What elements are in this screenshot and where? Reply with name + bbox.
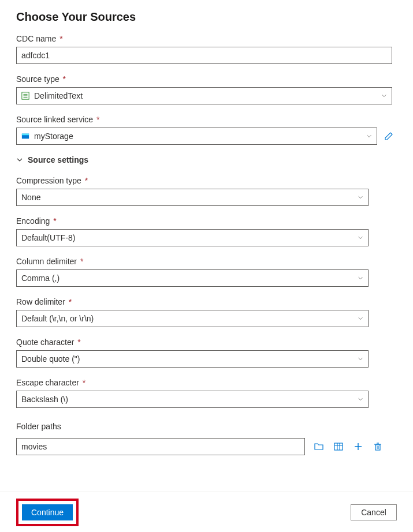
continue-button[interactable]: Continue	[22, 504, 73, 520]
edit-linked-service-button[interactable]	[383, 130, 395, 142]
chevron-down-icon	[358, 194, 363, 200]
dropdown-source-type[interactable]: DelimitedText	[16, 87, 392, 104]
dropdown-source-linked-service-value: myStorage	[34, 132, 73, 141]
label-source-type: Source type *	[16, 74, 397, 84]
delete-folder-path-button[interactable]	[372, 441, 384, 452]
chevron-down-icon	[16, 156, 23, 163]
dropdown-compression-type[interactable]: None	[16, 189, 369, 206]
field-encoding: Encoding * Default(UTF-8)	[16, 216, 397, 246]
dropdown-column-delimiter[interactable]: Comma (,)	[16, 269, 369, 287]
dropdown-row-delimiter-value: Default (\r,\n, or \r\n)	[21, 314, 94, 323]
dropdown-row-delimiter[interactable]: Default (\r,\n, or \r\n)	[16, 310, 369, 327]
cancel-button[interactable]: Cancel	[351, 504, 397, 520]
field-quote-character: Quote character * Double quote (")	[16, 338, 397, 368]
field-folder-paths: Folder paths	[16, 422, 397, 455]
dropdown-column-delimiter-value: Comma (,)	[21, 274, 59, 283]
page-title: Choose Your Sources	[16, 10, 397, 24]
dropdown-quote-character[interactable]: Double quote (")	[16, 350, 369, 368]
label-encoding: Encoding *	[16, 216, 397, 226]
chevron-down-icon	[358, 275, 363, 281]
label-cdc-name: CDC name *	[16, 34, 397, 43]
field-escape-character: Escape character * Backslash (\)	[16, 378, 397, 408]
dropdown-escape-character[interactable]: Backslash (\)	[16, 391, 369, 408]
svg-rect-6	[334, 443, 343, 450]
dropdown-compression-type-value: None	[21, 193, 40, 202]
delimitedtext-icon	[21, 92, 29, 100]
chevron-down-icon	[358, 396, 363, 402]
chevron-down-icon	[358, 356, 363, 362]
field-source-linked-service: Source linked service * myStorage	[16, 115, 397, 145]
continue-highlight: Continue	[16, 499, 79, 526]
svg-rect-5	[22, 134, 29, 136]
input-cdc-name[interactable]	[16, 47, 392, 64]
label-quote-character: Quote character *	[16, 338, 397, 347]
footer: Continue Cancel	[0, 492, 413, 532]
chevron-down-icon	[358, 316, 363, 321]
form-scroll-area[interactable]: Choose Your Sources CDC name * Source ty…	[0, 0, 413, 492]
svg-rect-12	[375, 445, 380, 450]
field-source-type: Source type * DelimitedText	[16, 74, 397, 104]
dropdown-source-type-value: DelimitedText	[34, 91, 83, 100]
dropdown-source-linked-service[interactable]: myStorage	[16, 128, 377, 145]
dropdown-quote-character-value: Double quote (")	[21, 354, 80, 364]
label-source-linked-service: Source linked service *	[16, 115, 397, 124]
dropdown-encoding-value: Default(UTF-8)	[21, 233, 75, 242]
field-column-delimiter: Column delimiter * Comma (,)	[16, 257, 397, 287]
dropdown-escape-character-value: Backslash (\)	[21, 395, 68, 404]
label-row-delimiter: Row delimiter *	[16, 297, 397, 306]
storage-icon	[21, 132, 29, 140]
field-cdc-name: CDC name *	[16, 34, 397, 64]
add-folder-path-button[interactable]	[352, 441, 364, 452]
chevron-down-icon	[381, 93, 387, 99]
label-compression-type: Compression type *	[16, 176, 397, 185]
dropdown-encoding[interactable]: Default(UTF-8)	[16, 229, 369, 246]
label-column-delimiter: Column delimiter *	[16, 257, 397, 266]
field-row-delimiter: Row delimiter * Default (\r,\n, or \r\n)	[16, 297, 397, 327]
input-folder-path[interactable]	[16, 438, 305, 455]
browse-folder-button[interactable]	[313, 441, 325, 452]
source-settings-label: Source settings	[28, 155, 88, 164]
label-folder-paths: Folder paths	[16, 422, 397, 431]
label-escape-character: Escape character *	[16, 378, 397, 387]
field-compression-type: Compression type * None	[16, 176, 397, 206]
chevron-down-icon	[366, 133, 372, 139]
source-settings-toggle[interactable]: Source settings	[16, 155, 397, 164]
chevron-down-icon	[358, 235, 363, 241]
preview-data-button[interactable]	[333, 441, 344, 452]
